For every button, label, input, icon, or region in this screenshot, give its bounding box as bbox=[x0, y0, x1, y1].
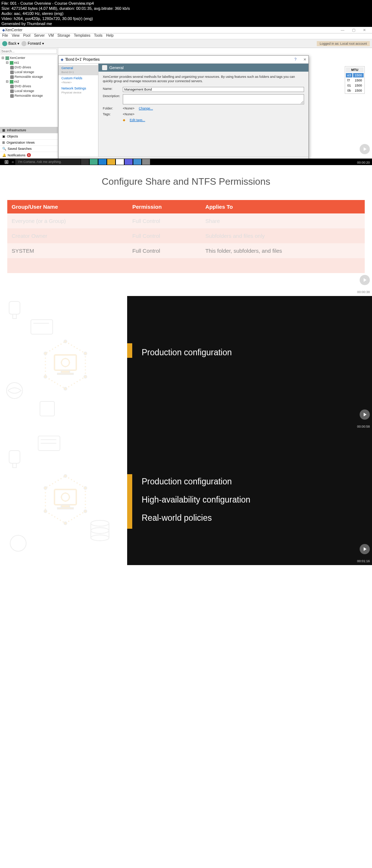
svg-point-31 bbox=[84, 510, 87, 513]
nav-tabs: ▦Infrastructure ▣Objects ⊞Organization V… bbox=[0, 127, 58, 159]
tab-infrastructure[interactable]: ▦Infrastructure bbox=[0, 127, 58, 133]
info-size: Size: 4271540 bytes (4.07 MiB), duration… bbox=[1, 6, 371, 11]
login-status: Logged in as: Local root account bbox=[317, 41, 370, 46]
resource-tree[interactable]: ⊟ XenCenter ⊟ xs1 DVD drives Local stora… bbox=[0, 55, 58, 127]
svg-rect-5 bbox=[40, 401, 54, 416]
svg-point-23 bbox=[91, 528, 109, 533]
nav-network-settings[interactable]: Network SettingsPhysical device bbox=[58, 85, 98, 96]
menu-templates[interactable]: Templates bbox=[74, 33, 90, 39]
play-button[interactable] bbox=[360, 544, 370, 554]
help-icon[interactable]: ? bbox=[294, 57, 296, 61]
menu-server[interactable]: Server bbox=[34, 33, 45, 39]
timestamp-2: 00:00:38 bbox=[357, 290, 370, 294]
slide-line-2: High-availability configuration bbox=[142, 491, 357, 509]
svg-point-4 bbox=[7, 383, 23, 399]
explorer-icon[interactable] bbox=[107, 159, 115, 165]
hex-monitor-icon bbox=[40, 474, 91, 525]
folder-value: <None> bbox=[123, 107, 134, 110]
svg-point-9 bbox=[84, 375, 87, 378]
play-button[interactable] bbox=[360, 275, 370, 285]
svg-point-32 bbox=[64, 522, 67, 525]
svg-point-27 bbox=[10, 535, 26, 551]
menu-file[interactable]: File bbox=[2, 33, 8, 39]
svg-rect-21 bbox=[13, 463, 16, 468]
svg-point-34 bbox=[44, 487, 47, 489]
name-label: Name: bbox=[103, 87, 123, 91]
accent-bar bbox=[127, 474, 132, 529]
back-icon bbox=[2, 41, 7, 46]
dialog-titlebar: ◆ 'Bond 0+1' Properties ?✕ bbox=[58, 56, 308, 64]
xencenter-frame: ◆ XenCenter —▢✕ File View Pool Server VM… bbox=[0, 27, 372, 165]
menu-vm[interactable]: VM bbox=[48, 33, 54, 39]
info-audio: Audio: aac, 44100 Hz, stereo (eng) bbox=[1, 11, 371, 16]
svg-point-7 bbox=[64, 340, 67, 343]
slide-line-1: Production configuration bbox=[142, 343, 357, 361]
col-permission: Permission bbox=[128, 200, 201, 213]
forward-icon bbox=[21, 41, 27, 46]
svg-point-12 bbox=[44, 352, 47, 355]
svg-rect-15 bbox=[57, 373, 73, 375]
accent-bar bbox=[127, 343, 132, 358]
forward-button[interactable]: Forward▾ bbox=[21, 41, 44, 46]
col-group: Group/User Name bbox=[7, 200, 128, 213]
svg-point-8 bbox=[84, 352, 87, 355]
menu-storage[interactable]: Storage bbox=[57, 33, 70, 39]
windows-taskbar[interactable]: ⊞ ○ I'm Cortana. Ask me anything. bbox=[0, 159, 372, 165]
svg-point-29 bbox=[64, 475, 67, 477]
window-buttons[interactable]: —▢✕ bbox=[337, 28, 370, 32]
slide-line-3: Real-world policies bbox=[142, 509, 357, 527]
cortana-search[interactable]: I'm Cortana. Ask me anything. bbox=[15, 159, 81, 165]
svg-point-24 bbox=[91, 535, 109, 541]
back-button[interactable]: Back▾ bbox=[2, 41, 19, 46]
menu-pool[interactable]: Pool bbox=[23, 33, 31, 39]
permissions-table: Group/User Name Permission Applies To Ev… bbox=[7, 200, 365, 273]
description-label: Description: bbox=[103, 94, 123, 98]
menu-tools[interactable]: Tools bbox=[94, 33, 102, 39]
dark-panel: Production configuration bbox=[127, 296, 372, 431]
close-icon[interactable]: ✕ bbox=[303, 57, 306, 61]
col-applies: Applies To bbox=[201, 200, 365, 213]
name-input[interactable] bbox=[123, 87, 304, 92]
edit-tags-link[interactable]: Edit tags... bbox=[130, 118, 145, 122]
svg-rect-20 bbox=[9, 451, 20, 463]
play-button[interactable] bbox=[360, 409, 370, 420]
dialog-section-header: General bbox=[98, 64, 308, 72]
svg-point-33 bbox=[44, 510, 47, 513]
nav-general[interactable]: GeneralBond 0+1 bbox=[58, 65, 98, 75]
tab-objects[interactable]: ▣Objects bbox=[0, 133, 58, 140]
menu-help[interactable]: Help bbox=[106, 33, 114, 39]
info-video: Video: h264, yuv420p, 1280x720, 30.00 fp… bbox=[1, 16, 371, 21]
description-input[interactable] bbox=[123, 94, 304, 104]
menu-bar[interactable]: File View Pool Server VM Storage Templat… bbox=[0, 33, 372, 39]
svg-point-10 bbox=[64, 387, 67, 390]
tab-org-views[interactable]: ⊞Organization Views bbox=[0, 140, 58, 146]
timestamp-1: 00:00:20 bbox=[357, 161, 370, 164]
dialog-icon: ◆ bbox=[61, 57, 64, 61]
mtu-table: MTU e31500 f71500 011500 0b1500 bbox=[345, 66, 365, 94]
window-title: XenCenter bbox=[5, 28, 337, 32]
nav-custom-fields[interactable]: Custom Fields<None> bbox=[58, 75, 98, 85]
menu-view[interactable]: View bbox=[12, 33, 20, 39]
tab-notifications[interactable]: 🔔Notifications6 bbox=[0, 152, 58, 159]
svg-rect-2 bbox=[31, 320, 53, 334]
svg-rect-37 bbox=[57, 508, 73, 509]
tags-label: Tags: bbox=[103, 112, 123, 116]
svg-point-16 bbox=[61, 359, 69, 367]
decoration-column bbox=[0, 296, 127, 431]
slide-4: Production configuration High-availabili… bbox=[0, 431, 372, 565]
svg-rect-36 bbox=[61, 505, 70, 508]
search-input[interactable] bbox=[1, 49, 57, 54]
folder-label: Folder: bbox=[103, 107, 123, 110]
tab-saved-searches[interactable]: 🔍Saved Searches bbox=[0, 146, 58, 152]
change-link[interactable]: Change... bbox=[139, 107, 153, 110]
slide-line-1: Production configuration bbox=[142, 472, 357, 491]
dialog-nav: GeneralBond 0+1 Custom Fields<None> Netw… bbox=[58, 64, 98, 157]
play-button[interactable] bbox=[360, 144, 370, 154]
svg-rect-13 bbox=[54, 355, 76, 370]
hex-monitor-icon bbox=[40, 340, 91, 391]
store-icon[interactable] bbox=[116, 159, 124, 165]
info-generated: Generated by Thumbnail me bbox=[1, 21, 371, 26]
edge-icon[interactable] bbox=[98, 159, 106, 165]
svg-point-38 bbox=[61, 493, 69, 501]
info-file: File: 001 - Course Overview - Course Ove… bbox=[1, 1, 371, 6]
